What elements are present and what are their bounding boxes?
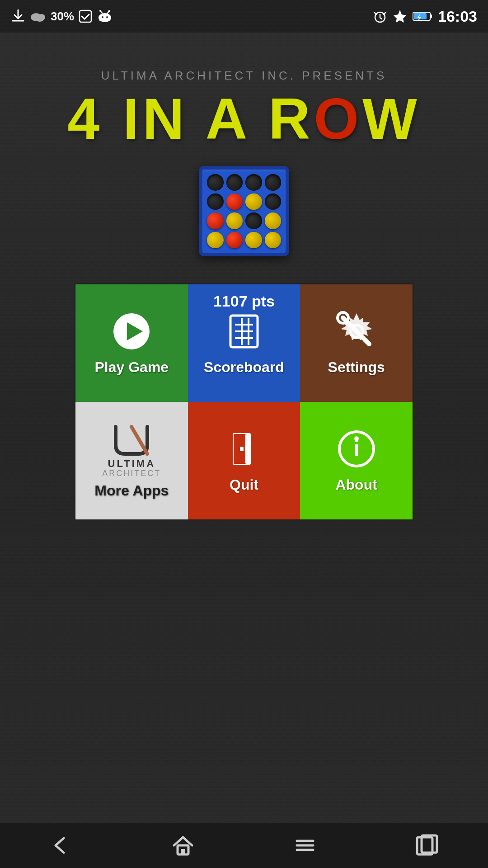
ultima-brand-sub: ARCHITECT: [102, 469, 161, 478]
svg-line-28: [365, 340, 369, 344]
play-icon: [111, 311, 152, 352]
svg-rect-32: [245, 434, 251, 464]
svg-line-29: [131, 427, 147, 454]
status-left: 30%: [11, 9, 113, 24]
quit-icon: [224, 429, 264, 469]
board-cell: [226, 232, 243, 249]
board-cell: [265, 193, 282, 210]
svg-point-2: [38, 14, 45, 20]
presenter-text: ULTIMA ARCHITECT INC. PRESENTS: [101, 69, 387, 83]
svg-point-6: [106, 16, 108, 18]
quit-label: Quit: [230, 476, 258, 493]
ultima-logo: ULTIMA ARCHITECT: [102, 422, 161, 478]
quit-button[interactable]: Quit: [188, 402, 300, 519]
board-cell: [207, 193, 224, 210]
recents-button[interactable]: [402, 829, 452, 862]
svg-rect-16: [414, 13, 427, 19]
menu-grid: Play Game 1107 pts Scoreboard: [75, 283, 413, 520]
board-cell: [265, 174, 282, 191]
svg-rect-33: [240, 447, 244, 451]
board-cell: [207, 212, 224, 229]
status-right: 16:03: [373, 8, 477, 25]
play-game-button[interactable]: Play Game: [75, 284, 188, 402]
board-cell: [265, 212, 282, 229]
back-button[interactable]: [36, 829, 86, 862]
svg-rect-15: [430, 14, 432, 18]
menu-button[interactable]: [280, 829, 330, 862]
board-cell: [245, 212, 262, 229]
battery-percent: 30%: [51, 9, 74, 24]
nav-bar: [0, 823, 488, 868]
play-game-label: Play Game: [95, 359, 169, 376]
android-icon: [97, 9, 113, 23]
more-apps-label: More Apps: [94, 482, 169, 499]
svg-point-5: [102, 16, 103, 18]
board-cell: [245, 232, 262, 249]
board-cell: [265, 232, 282, 249]
about-icon: i: [336, 429, 377, 469]
about-button[interactable]: i About: [300, 402, 413, 519]
main-content: ULTIMA ARCHITECT INC. PRESENTS 4 IN A RO…: [0, 33, 488, 520]
board-cell: [226, 193, 243, 210]
board-cell: [245, 174, 262, 191]
game-title: 4 IN A ROW: [67, 90, 421, 148]
score-display: 1107 pts: [213, 292, 275, 310]
game-board-container: [199, 166, 289, 256]
board-cell: [245, 193, 262, 210]
settings-label: Settings: [328, 359, 385, 376]
ultima-logo-mark: [111, 422, 152, 458]
board-cell: [207, 174, 224, 191]
cloud-icon: [30, 10, 46, 23]
status-bar: 30%: [0, 0, 488, 33]
scoreboard-label: Scoreboard: [204, 359, 284, 376]
check-icon: [79, 9, 92, 23]
airplane-icon: [393, 9, 407, 24]
ultima-brand-name: ULTIMA: [102, 458, 161, 469]
svg-point-10: [108, 10, 110, 12]
scoreboard-icon: [224, 311, 264, 352]
settings-button[interactable]: Settings: [300, 284, 413, 402]
download-icon: [11, 9, 25, 24]
settings-icon: [336, 311, 377, 352]
title-red-o: O: [314, 86, 362, 151]
battery-icon: [413, 11, 432, 22]
svg-rect-11: [99, 18, 101, 21]
svg-rect-12: [108, 18, 110, 21]
title-text: 4 IN A ROW: [67, 86, 421, 151]
about-label: About: [335, 476, 377, 493]
board-cell: [226, 212, 243, 229]
more-apps-button[interactable]: ULTIMA ARCHITECT More Apps: [75, 402, 188, 519]
game-board: [199, 166, 289, 256]
clock-time: 16:03: [438, 8, 477, 25]
home-button[interactable]: [158, 829, 208, 862]
alarm-icon: [373, 9, 387, 24]
svg-point-36: [354, 436, 359, 441]
svg-point-8: [99, 10, 101, 12]
svg-rect-38: [181, 849, 185, 854]
scoreboard-button[interactable]: 1107 pts Scoreboard: [188, 284, 300, 402]
board-cell: [226, 174, 243, 191]
board-cell: [207, 232, 224, 249]
